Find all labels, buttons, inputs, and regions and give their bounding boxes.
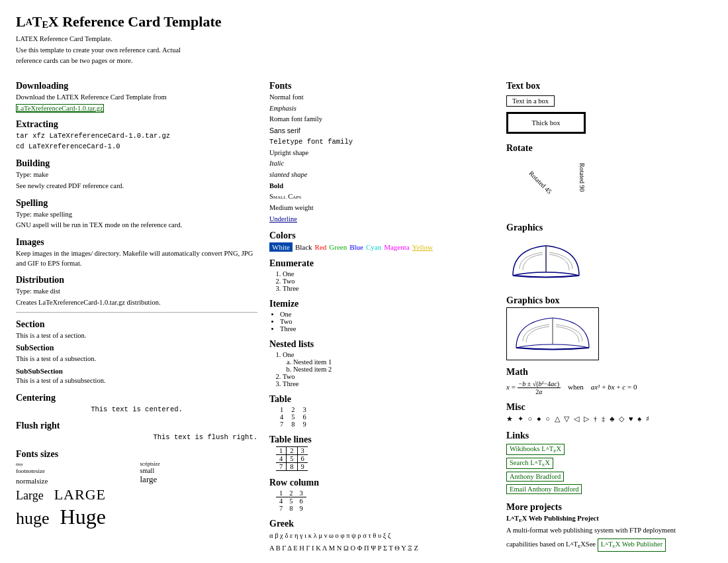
table-cell: 8 xyxy=(286,505,296,512)
distribution-heading: Distribution xyxy=(16,275,257,285)
fontsize-normalsize: normalsize xyxy=(16,477,134,485)
table-cell: 6 xyxy=(297,455,308,463)
section-flushright: Flush right This text is flush right. xyxy=(16,421,257,442)
color-cyan: Cyan xyxy=(366,243,381,251)
section-centering: Centering This text is centered. xyxy=(16,393,257,415)
distribution-desc: Creates LaTeXreferenceCard-1.0.tar.gz di… xyxy=(16,298,257,308)
building-heading: Building xyxy=(16,158,257,169)
textbox-simple: Text in a box xyxy=(506,95,555,107)
list-item: One xyxy=(280,311,494,318)
color-magenta: Magenta xyxy=(384,243,409,251)
colors-heading: Colors xyxy=(269,230,494,241)
font-normal: Normal font xyxy=(269,93,494,103)
section-math: Math x = −b ± √(b²−4ac) 2a when ax² + bx… xyxy=(506,367,728,395)
images-heading: Images xyxy=(16,237,257,248)
font-sansserif: Sans serif xyxy=(269,126,494,136)
table-cell: 5 xyxy=(286,497,296,505)
greek-line1: α β χ δ ε η γ ι κ λ μ ν ω ο φ π ψ ρ σ τ … xyxy=(269,531,494,542)
list-item: Three xyxy=(283,285,494,292)
table-cell: 7 xyxy=(276,505,286,512)
table-cell: 8 xyxy=(287,421,298,428)
table-cell: 4 xyxy=(276,497,286,505)
table-cell: 5 xyxy=(287,413,298,421)
font-teletype: Teletype font family xyxy=(269,137,494,147)
section-building: Building Type: make See newly created PD… xyxy=(16,158,257,191)
download-link[interactable]: LaTeXreferenceCard-1.0.tar.gz xyxy=(16,104,104,113)
link-publisher[interactable]: LATEX Web Publisher xyxy=(598,538,666,552)
tablelines-heading: Table lines xyxy=(269,435,494,445)
section-enumerate: Enumerate One Two Three xyxy=(269,258,494,292)
fontsize-small: small xyxy=(140,467,258,474)
list-item: Nested item 2 xyxy=(293,366,494,373)
rotate-45-text: Rotated 45 xyxy=(527,170,553,195)
section-colors: Colors White Black Red Green Blue Cyan M… xyxy=(269,230,494,252)
table-cell: 8 xyxy=(287,463,297,471)
graphicsbox-image xyxy=(506,307,599,360)
itemize-list: One Two Three xyxy=(280,311,494,333)
downloading-text: Download the LATEX Reference Card Templa… xyxy=(16,93,257,103)
section-rowcolumn: Row column 123 456 789 xyxy=(269,478,494,512)
section-nestedlists: Nested lists One Nested item 1 Nested it… xyxy=(269,339,494,387)
rotate-container: Rotated 45 Rotated 90 xyxy=(506,156,728,216)
list-item: Two xyxy=(283,278,494,285)
lined-table: 1 2 3 4 5 6 7 8 9 xyxy=(276,446,308,471)
font-bold: Bold xyxy=(269,181,494,191)
section-textbox: Text box Text in a box Thick box xyxy=(506,81,728,136)
fontsize-large: large xyxy=(140,474,258,485)
moreprojects-heading: More projects xyxy=(506,502,728,513)
subsubsection-heading: SubSubSection xyxy=(16,367,257,375)
section-subsection: SubSection This is a test of a subsectio… xyxy=(16,343,257,364)
section-graphics: Graphics xyxy=(506,223,728,289)
section-table: Table 123 456 789 xyxy=(269,394,494,428)
font-smallcaps: Small Caps xyxy=(269,192,494,202)
section-tablelines: Table lines 1 2 3 4 5 6 7 8 9 xyxy=(269,435,494,471)
flushright-text: This text is flush right. xyxy=(16,433,257,442)
subsubsection-desc: This is a test of a subsubsection. xyxy=(16,376,257,386)
graphics-heading: Graphics xyxy=(506,223,728,233)
enumerate-list: One Two Three xyxy=(283,270,494,292)
link-anthony[interactable]: Anthony Bradford xyxy=(506,472,564,482)
intro-line1: LATEX Reference Card Template. xyxy=(16,34,728,44)
table-cell: 7 xyxy=(276,463,287,471)
nestedlists-heading: Nested lists xyxy=(269,339,494,350)
section-distribution: Distribution Type: make dist Creates LaT… xyxy=(16,275,257,307)
enumerate-heading: Enumerate xyxy=(269,258,494,269)
math-fraction: −b ± √(b²−4ac) 2a xyxy=(518,380,561,395)
list-item: One xyxy=(283,270,494,278)
table-cell: 1 xyxy=(276,447,287,455)
list-item: One Nested item 1 Nested item 2 xyxy=(283,351,494,373)
section-fonts: Fonts Normal font Emphasis Roman font fa… xyxy=(269,81,494,224)
table-cell: 3 xyxy=(296,489,306,497)
table-cell: 6 xyxy=(299,413,310,421)
rowcol-table: 123 456 789 xyxy=(276,489,306,512)
font-roman: Roman font family xyxy=(269,115,494,125)
fontsize-Huge: Huge xyxy=(60,505,106,529)
color-white: White xyxy=(269,242,293,252)
rotate-90-text: Rotated 90 xyxy=(578,163,586,192)
fontsize-footnotesize: footnotesize xyxy=(16,468,134,474)
fonts-heading: Fonts xyxy=(269,81,494,91)
list-item: Two xyxy=(283,373,494,380)
table-cell: 9 xyxy=(296,505,306,512)
link-email[interactable]: Email Anthony Bradford xyxy=(506,484,582,494)
book-svg-graphicsbox xyxy=(510,309,596,359)
table-cell: 7 xyxy=(276,421,287,428)
section-graphicsbox: Graphics box xyxy=(506,295,728,360)
font-emphasis: Emphasis xyxy=(269,104,494,114)
color-blue: Blue xyxy=(349,243,363,251)
section-extracting: Extracting tar xfz LaTeXreferenceCard-1.… xyxy=(16,119,257,152)
table-cell: 2 xyxy=(286,489,296,497)
link-search[interactable]: Search LATEX xyxy=(506,458,553,469)
fontsize-LARGE: LARGE xyxy=(54,486,106,503)
table-cell: 9 xyxy=(297,463,308,471)
table-cell: 1 xyxy=(276,489,286,497)
color-green: Green xyxy=(329,243,347,251)
table-heading: Table xyxy=(269,394,494,405)
extracting-heading: Extracting xyxy=(16,119,257,130)
building-desc: See newly created PDF reference card. xyxy=(16,181,257,191)
fontsize-tiny: tiny xyxy=(16,462,134,467)
intro-line2: Use this template to create your own ref… xyxy=(16,46,728,56)
link-wikibooks[interactable]: Wikibooks LATEX xyxy=(506,444,565,455)
rowcolumn-heading: Row column xyxy=(269,478,494,488)
greek-line2: Α Β Γ Δ Ε Η Γ Ι Κ Λ Μ Ν Ω Ο Φ Π Ψ Ρ Σ Τ … xyxy=(269,543,494,554)
